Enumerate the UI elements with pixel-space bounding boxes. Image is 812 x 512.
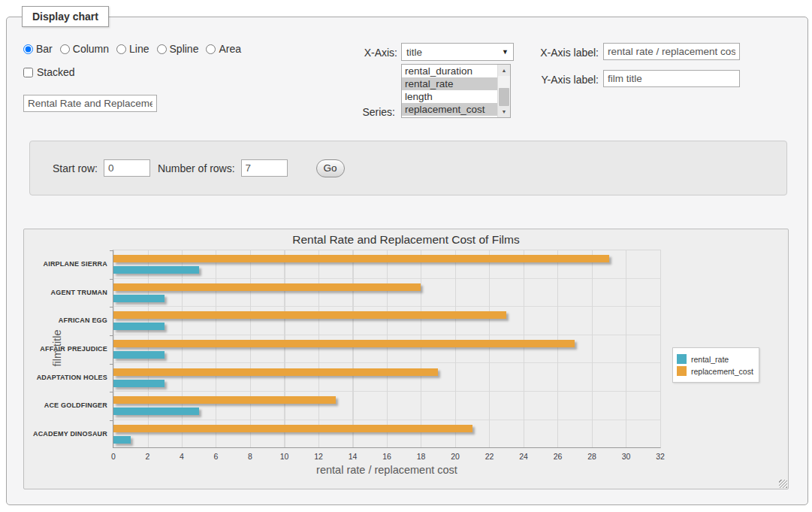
stacked-checkbox-row: Stacked xyxy=(23,66,75,78)
x-tick-label: 4 xyxy=(173,452,191,461)
go-button[interactable]: Go xyxy=(316,159,345,177)
radio-bar[interactable] xyxy=(23,44,33,54)
bar-rental_rate xyxy=(113,380,165,387)
x-tick-label: 24 xyxy=(515,452,533,461)
x-tick-label: 30 xyxy=(617,452,635,461)
radio-spline[interactable] xyxy=(157,44,167,54)
radio-option-column[interactable]: Column xyxy=(60,43,109,55)
x-axis-selected-value: title xyxy=(406,47,422,58)
category-label: ACE GOLDFINGER xyxy=(26,401,107,409)
x-tick-label: 26 xyxy=(549,452,567,461)
category-label: AFRICAN EGG xyxy=(26,317,107,324)
x-tick-label: 18 xyxy=(412,452,430,461)
chart-type-radio-group: BarColumnLineSplineArea xyxy=(23,43,247,55)
stacked-label: Stacked xyxy=(37,66,75,78)
x-tick-label: 28 xyxy=(583,452,601,461)
legend-entry-rental_rate[interactable]: rental_rate xyxy=(677,354,753,364)
bar-replacement_cost xyxy=(113,368,438,376)
series-option-rental_duration[interactable]: rental_duration xyxy=(402,65,497,77)
x-tick-label: 12 xyxy=(309,452,328,461)
radio-label: Column xyxy=(73,43,109,55)
radio-area[interactable] xyxy=(206,44,216,54)
stacked-checkbox[interactable] xyxy=(23,68,33,77)
y-tick-mark xyxy=(110,364,113,365)
x-tick-label: 0 xyxy=(104,452,122,461)
bar-replacement_cost xyxy=(113,340,575,347)
series-option-length[interactable]: length xyxy=(402,90,497,103)
bar-rental_rate xyxy=(113,295,165,302)
legend-swatch xyxy=(677,354,687,364)
y-tick-mark xyxy=(110,335,113,336)
radio-label: Area xyxy=(219,43,241,55)
bar-rental_rate xyxy=(113,323,165,330)
bar-rental_rate xyxy=(113,351,165,359)
x-tick-label: 16 xyxy=(378,452,396,461)
y-axis-label-input[interactable] xyxy=(603,70,740,87)
bar-replacement_cost xyxy=(113,255,609,262)
start-row-input[interactable] xyxy=(104,159,150,177)
start-row-label: Start row: xyxy=(53,162,98,174)
x-tick-label: 20 xyxy=(446,452,464,461)
y-tick-mark xyxy=(110,250,113,251)
row-range-panel: Start row: Number of rows: Go xyxy=(29,141,787,195)
chart-container: Rental Rate and Replacement Cost of Film… xyxy=(23,229,789,489)
plot-area: AIRPLANE SIERRAAGENT TRUMANAFRICAN EGGAF… xyxy=(113,250,661,448)
chart-x-axis-title: rental rate / replacement cost xyxy=(113,464,661,476)
x-tick-label: 6 xyxy=(207,452,225,461)
bar-rental_rate xyxy=(113,436,131,444)
y-tick-mark xyxy=(110,307,113,308)
radio-label: Bar xyxy=(36,43,53,55)
y-tick-mark xyxy=(110,279,113,280)
display-chart-panel: Display chart BarColumnLineSplineArea St… xyxy=(6,17,808,505)
scrollbar-thumb[interactable] xyxy=(499,88,509,106)
chart-legend: rental_ratereplacement_cost xyxy=(672,347,759,383)
radio-option-line[interactable]: Line xyxy=(116,43,149,55)
bar-replacement_cost xyxy=(113,396,336,404)
y-tick-mark xyxy=(110,392,113,392)
bar-replacement_cost xyxy=(113,283,421,291)
legend-swatch xyxy=(677,366,687,376)
chart-y-axis-title: film title xyxy=(51,329,63,366)
legend-label: rental_rate xyxy=(691,355,729,364)
category-label: ACADEMY DINOSAUR xyxy=(26,430,107,438)
x-tick-label: 32 xyxy=(651,452,669,461)
x-axis-label-input[interactable] xyxy=(603,43,740,60)
radio-column[interactable] xyxy=(60,44,70,54)
x-axis-select-label: X-Axis: xyxy=(307,47,397,59)
radio-option-area[interactable]: Area xyxy=(206,43,241,55)
x-tick-label: 8 xyxy=(241,452,259,461)
y-tick-mark xyxy=(110,420,113,421)
series-multiselect[interactable]: rental_durationrental_ratelengthreplacem… xyxy=(401,64,511,118)
series-options: rental_durationrental_ratelengthreplacem… xyxy=(402,65,497,117)
x-tick-label: 10 xyxy=(276,452,294,461)
category-label: ADAPTATION HOLES xyxy=(26,374,107,381)
scroll-down-icon[interactable]: ▼ xyxy=(498,106,510,117)
x-tick-label: 2 xyxy=(139,452,157,461)
legend-entry-replacement_cost[interactable]: replacement_cost xyxy=(677,366,753,376)
bar-rental_rate xyxy=(113,407,199,415)
category-label: AIRPLANE SIERRA xyxy=(26,260,107,268)
series-select-label: Series: xyxy=(305,106,395,118)
series-scrollbar[interactable]: ▲ ▼ xyxy=(497,65,510,117)
y-axis-label-caption: Y-Axis label: xyxy=(486,74,599,86)
category-label: AGENT TRUMAN xyxy=(26,289,107,296)
resize-handle-icon[interactable] xyxy=(779,480,787,488)
bar-rental_rate xyxy=(113,266,199,274)
radio-line[interactable] xyxy=(116,44,126,54)
bar-replacement_cost xyxy=(113,311,506,319)
series-option-replacement_cost[interactable]: replacement_cost xyxy=(402,103,497,116)
series-option-rental_rate[interactable]: rental_rate xyxy=(402,77,497,90)
bar-replacement_cost xyxy=(113,425,472,432)
x-tick-label: 14 xyxy=(344,452,362,461)
number-of-rows-input[interactable] xyxy=(241,159,288,177)
radio-option-bar[interactable]: Bar xyxy=(23,43,53,55)
legend-label: replacement_cost xyxy=(691,367,753,376)
chart-title-input[interactable] xyxy=(23,95,157,112)
x-tick-label: 22 xyxy=(481,452,499,461)
radio-option-spline[interactable]: Spline xyxy=(157,43,199,55)
radio-label: Line xyxy=(129,43,149,55)
number-of-rows-label: Number of rows: xyxy=(158,162,235,174)
panel-legend: Display chart xyxy=(22,6,109,27)
radio-label: Spline xyxy=(170,43,199,55)
category-label: AFFAIR PREJUDICE xyxy=(26,345,107,353)
